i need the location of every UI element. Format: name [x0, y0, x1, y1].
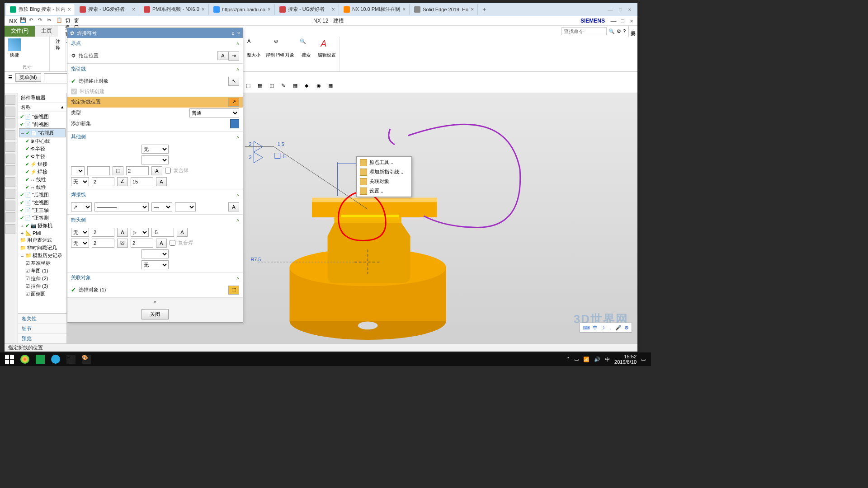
a-box-icon[interactable]: A [151, 166, 162, 175]
view-icon[interactable]: ◆ [305, 83, 313, 91]
tree-node[interactable]: ✔📄"左视图 [19, 199, 66, 206]
taskbar-app-icon[interactable] [33, 352, 48, 366]
tree-node[interactable]: ✔📄"前视图 [19, 121, 66, 128]
tree-node[interactable]: –📁模型历史记录 [19, 252, 66, 259]
close-tab-icon[interactable]: × [402, 6, 406, 13]
dialog-title-bar[interactable]: ✿ 焊接符号 υ× [67, 28, 243, 38]
close-tab-icon[interactable]: × [332, 6, 335, 13]
tree-node[interactable]: ✔📄"正等测 [19, 214, 66, 222]
minimize-icon[interactable]: — [608, 7, 613, 12]
tree-node[interactable]: ☑基准坐标 [19, 259, 66, 267]
view-icon[interactable]: ◫ [269, 83, 278, 91]
close-button[interactable]: 关闭 [142, 309, 169, 319]
view-icon[interactable]: ▦ [328, 83, 336, 91]
browser-tab[interactable]: Solid Edge 2019_Ho× [410, 4, 478, 15]
qat-icon[interactable]: ✂ [47, 17, 54, 24]
ribbon-item-quick[interactable]: 快捷 [7, 38, 22, 64]
close-tab-icon[interactable]: × [68, 6, 71, 13]
search-icon[interactable]: 🔍 [609, 28, 615, 34]
tree-node[interactable]: 📁用户表达式 [19, 236, 66, 244]
wl-weight[interactable]: — [151, 202, 172, 211]
a-box-icon[interactable]: A [156, 177, 167, 186]
taskbar-app-icon[interactable] [48, 352, 63, 366]
a-box-icon[interactable]: A [177, 228, 188, 237]
menu-button[interactable]: 菜单(M) [15, 73, 41, 82]
close-icon[interactable]: × [237, 30, 240, 36]
close-icon[interactable]: × [628, 7, 631, 12]
tree-node[interactable]: ☑拉伸 (2) [19, 275, 66, 282]
resource-tab-icon[interactable] [5, 95, 15, 105]
tree-node[interactable]: ✔⟲半径 [19, 145, 66, 153]
tab-dependency[interactable]: 相关性 [18, 314, 66, 324]
select-obj-button[interactable]: ⬚ [228, 286, 239, 295]
tree-node[interactable]: ✔📄"后视图 [19, 191, 66, 199]
as-v3[interactable] [92, 239, 114, 248]
ime-moon-icon[interactable]: ☽ [600, 325, 605, 331]
browser-tab[interactable]: https://pan.baidu.co× [210, 4, 275, 15]
other-side-select2[interactable] [142, 155, 169, 164]
close-tab-icon[interactable]: × [471, 6, 474, 13]
menu-item-origin-tools[interactable]: 原点工具... [358, 158, 410, 167]
a-box-icon[interactable]: A [156, 239, 167, 248]
section-arrow-side[interactable]: 箭头侧 [71, 216, 86, 223]
os-val[interactable] [87, 166, 110, 175]
menu-item-add-leader[interactable]: 添加新指引线... [358, 167, 410, 177]
qat-label[interactable]: 窗口 [74, 17, 81, 24]
tree-node[interactable]: ☑面倒圆 [19, 290, 66, 298]
browser-tab[interactable]: PMI系列视频 - NX6.0× [140, 4, 209, 15]
as-sel2[interactable]: 无 [71, 239, 89, 248]
tab-preview[interactable]: 预览 [18, 333, 66, 343]
resource-tab-icon[interactable] [5, 165, 15, 175]
section-weld-line[interactable]: 焊接线 [71, 191, 86, 198]
os-val2[interactable] [126, 166, 149, 175]
tree-node[interactable]: ✔⚡焊接 [19, 160, 66, 168]
undo-icon[interactable]: ↶ [29, 17, 36, 24]
browser-tab[interactable]: 搜索 - UG爱好者× [276, 4, 339, 15]
resource-tab-icon[interactable] [5, 224, 15, 234]
start-button[interactable] [2, 352, 17, 366]
tree-node[interactable]: ✔↔线性 [19, 183, 66, 191]
view-icon[interactable]: ▦ [258, 83, 266, 91]
view-icon[interactable]: ◉ [316, 83, 325, 91]
tray-volume-icon[interactable]: 🔊 [594, 357, 600, 362]
taskbar-app-icon[interactable] [17, 352, 33, 366]
section-leader[interactable]: 指引线 [71, 66, 86, 72]
resource-tab-icon[interactable] [5, 177, 15, 187]
view-icon[interactable]: ⬚ [246, 83, 254, 91]
maximize-icon[interactable]: □ [618, 17, 627, 25]
new-tab-button[interactable]: + [479, 6, 490, 13]
as-v2[interactable] [151, 228, 174, 237]
dice-icon[interactable]: ⚄ [117, 239, 128, 248]
resource-tab-icon[interactable] [5, 142, 15, 152]
ime-settings-icon[interactable]: ⚙ [624, 325, 629, 331]
os-val4[interactable] [131, 177, 153, 186]
section-origin[interactable]: 原点 [71, 40, 81, 47]
select-button[interactable]: ↖ [228, 77, 239, 86]
ime-keyboard-icon[interactable]: ⌨ [583, 325, 590, 331]
os-icon[interactable]: ⬚ [113, 166, 123, 175]
settings-icon[interactable]: ⚙ [617, 28, 621, 34]
tab-detail[interactable]: 细节 [18, 324, 66, 333]
os-val3[interactable] [92, 177, 114, 186]
as-sym[interactable]: ▷ [131, 228, 149, 237]
compound-check2[interactable] [170, 240, 175, 246]
taskbar-app-icon[interactable]: 🎨 [79, 352, 94, 366]
tree-node[interactable]: ✔📄"正三轴 [19, 206, 66, 214]
tray-notifications-icon[interactable]: ▭ [641, 357, 646, 362]
taskbar-app-icon[interactable]: ✂ [63, 352, 79, 366]
view-icon[interactable]: ▦ [293, 83, 301, 91]
a-box-icon[interactable]: A [228, 202, 239, 211]
view-icon[interactable]: ✎ [281, 83, 289, 91]
resource-tab-icon[interactable] [5, 118, 15, 128]
tray-chevron-icon[interactable]: ˄ [567, 357, 570, 362]
resource-tab-icon[interactable] [5, 189, 15, 199]
wl-color[interactable] [175, 202, 196, 211]
expand-icon[interactable]: ▾ [154, 299, 156, 305]
origin-a-button[interactable]: A [217, 51, 228, 60]
reset-icon[interactable]: υ [232, 30, 235, 36]
ribbon-item-annotate[interactable]: 注释 [52, 38, 63, 70]
other-side-select[interactable]: 无 [142, 145, 169, 154]
section-associate[interactable]: 关联对象 [71, 274, 91, 281]
polyline-point-button[interactable]: ↗ [228, 98, 239, 107]
ime-comma-icon[interactable]: ， [608, 324, 613, 331]
